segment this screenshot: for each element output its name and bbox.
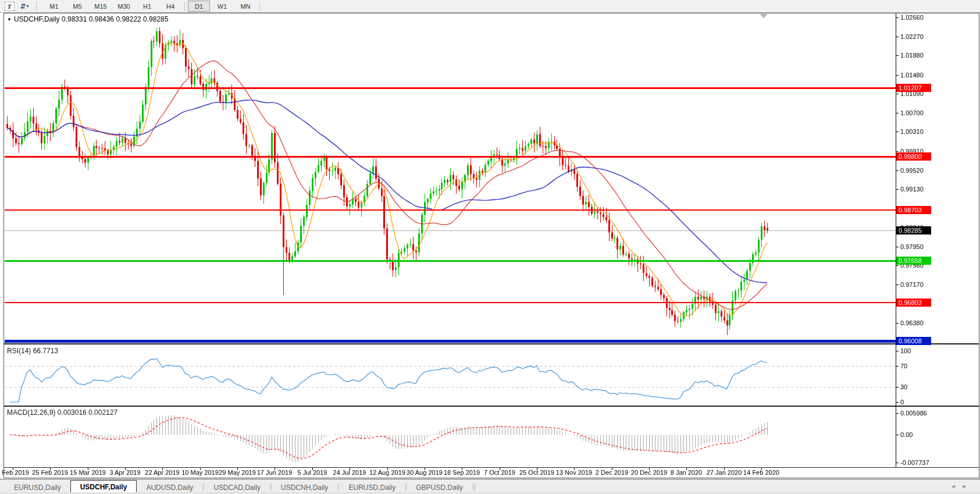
date-axis-label: 29 May 2019 [219,469,256,476]
chart-tab-usdcad-3[interactable]: USDCAD,Daily [204,482,270,493]
macd-axis-tick: 0.005986 [900,410,927,417]
text-tool-button[interactable]: T [3,1,15,11]
text-tool-icon: T [5,2,15,11]
timeframe-button-group: M1M5M15M30H1H4D1W1MN [42,1,262,12]
date-axis-label: 20 Dec 2019 [631,469,667,476]
price-level-label: 1.01207 [896,84,931,92]
price-axis-tick: 1.00310 [900,128,924,135]
price-level-label: 0.97658 [896,257,931,265]
date-axis-label: 10 May 2019 [181,469,219,476]
timeframe-button-m30[interactable]: M30 [113,1,135,12]
rsi-axis-tick: 100 [900,347,911,354]
price-axis-tick: 0.99520 [900,167,924,174]
timeframe-button-m15[interactable]: M15 [90,1,112,12]
toolbar-grip-handle[interactable] [36,2,39,10]
macd-axis-tick: -0.007737 [900,459,929,466]
chart-shift-marker-icon[interactable] [760,14,768,18]
symbol-period-label: USDCHF,Daily [14,15,60,23]
macd-indicator-label: MACD(12,26,9) 0.003016 0.002127 [7,408,117,417]
title-dropdown-icon[interactable]: ▼ [7,17,12,22]
timeframe-button-mn[interactable]: MN [234,1,256,12]
date-axis-label: 8 Jan 2020 [671,469,702,476]
price-axis-tick: 0.96380 [900,319,924,326]
price-chart-canvas[interactable] [0,0,980,494]
current-price-label: 0.98285 [896,226,931,234]
timeframe-button-w1[interactable]: W1 [211,1,233,12]
timeframe-button-h1[interactable]: H1 [136,1,158,12]
chart-tabs: EURUSD,DailyUSDCHF,DailyAUDUSD,Daily|USD… [5,480,476,493]
date-axis-label: 25 Feb 2019 [32,469,68,476]
date-axis-label: 17 Jun 2019 [257,469,293,476]
toolbar-separator [259,2,260,11]
date-axis-label: 22 Apr 2019 [145,469,179,476]
date-axis-label: 15 Mar 2019 [70,469,106,476]
timeframe-button-h4[interactable]: H4 [159,1,181,12]
ohlc-quote-line: 0.98331 0.98436 0.98222 0.98285 [62,15,169,23]
rsi-axis-tick: 30 [900,383,907,390]
rsi-axis-tick: 0 [900,399,904,406]
price-axis-tick: 0.97950 [900,243,924,250]
toolbar: T ⇵ ▾ M1M5M15M30H1H4D1W1MN [0,0,980,13]
trading-terminal: { "toolbar": { "text_tool_label": "T", "… [0,0,980,494]
toolbar-separator [184,2,185,11]
date-axis-label: 2 Dec 2019 [596,469,628,476]
date-axis-label: 3 Apr 2019 [109,469,140,476]
tab-divider: | [474,482,476,491]
date-axis-label: 12 Aug 2019 [369,469,405,476]
date-axis-label: 14 Feb 2020 [743,469,779,476]
scroll-left-icon: ◂ [952,482,963,489]
rsi-axis-tick: 70 [900,362,907,369]
price-level-label: 0.99800 [896,152,931,161]
price-axis-tick: 0.99130 [900,186,924,193]
date-axis-label: 13 Nov 2019 [556,469,592,476]
date-axis-label: 7 Oct 2019 [484,469,515,476]
price-axis-tick: 1.01880 [900,52,924,59]
chart-title: ▼USDCHF,Daily 0.98331 0.98436 0.98222 0.… [7,15,168,23]
chart-tab-usdcnh-4[interactable]: USDCNH,Daily [272,482,337,493]
timeframe-button-m1[interactable]: M1 [43,1,65,12]
chart-tab-audusd-2[interactable]: AUDUSD,Daily [137,482,202,493]
date-axis-label: 18 Sep 2019 [444,469,480,476]
price-level-label: 0.96008 [896,337,931,345]
arrange-windows-button[interactable]: ⇵ ▾ [19,1,30,11]
chart-tab-gbpusd-6[interactable]: GBPUSD,Daily [407,482,472,493]
chart-tab-eurusd-0[interactable]: EURUSD,Daily [5,482,70,493]
macd-axis-tick: 0.00 [900,431,913,438]
rsi-indicator-label: RSI(14) 66.7713 [7,347,58,355]
date-axis-label: 5 Jul 2019 [298,469,327,476]
price-level-label: 0.96803 [896,298,931,307]
arrange-icon: ⇵ [20,2,26,10]
chevron-down-icon: ▾ [27,3,29,9]
price-axis-tick: 1.01480 [900,72,924,79]
chart-tab-bar: EURUSD,DailyUSDCHF,DailyAUDUSD,Daily|USD… [0,479,980,493]
date-axis-label: 30 Aug 2019 [407,469,443,476]
date-axis-label: 24 Jul 2019 [333,469,366,476]
date-axis-label: 27 Jan 2020 [707,469,742,476]
date-axis-label: 6 Feb 2019 [0,469,29,476]
timeframe-button-d1[interactable]: D1 [188,1,210,12]
price-level-label: 0.98703 [896,206,931,214]
timeframe-button-m5[interactable]: M5 [66,1,88,12]
tab-scroll-arrows[interactable]: ◂▸ [952,482,974,490]
chart-tab-usdchf-1[interactable]: USDCHF,Daily [70,480,137,493]
date-axis-label: 25 Oct 2019 [519,469,554,476]
price-axis-tick: 1.00700 [900,109,924,116]
chart-tab-eurusd-5[interactable]: EURUSD,Daily [339,482,405,493]
price-axis-tick: 1.02660 [900,14,924,21]
scroll-right-icon: ▸ [963,482,974,489]
price-axis-tick: 1.02270 [900,33,924,40]
price-axis-tick: 0.97170 [900,281,924,288]
